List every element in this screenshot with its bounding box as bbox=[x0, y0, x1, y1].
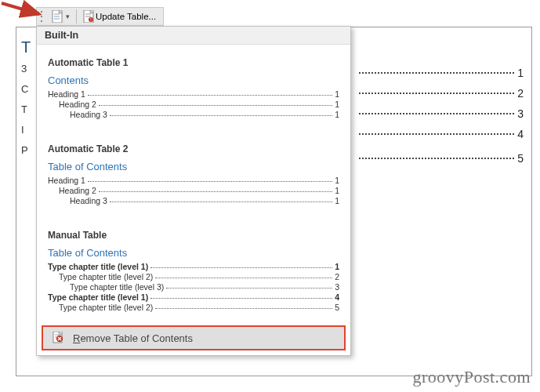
toc-line-page: 4 bbox=[335, 292, 339, 302]
toc-line-label: Type chapter title (level 1) bbox=[48, 292, 148, 302]
toc-line-leader bbox=[99, 105, 332, 106]
toc-preview-line: Type chapter title (level 2)2 bbox=[48, 272, 339, 281]
toc-line-page: 1 bbox=[335, 100, 339, 109]
update-table-icon: ! bbox=[83, 10, 94, 23]
gallery-option-automatic-table-1[interactable]: Automatic Table 1 Contents Heading 11Hea… bbox=[37, 45, 350, 131]
toc-line-leader bbox=[110, 115, 332, 116]
toc-line-label: Heading 2 bbox=[59, 186, 96, 195]
toc-line-label: Heading 3 bbox=[70, 196, 107, 205]
toc-line-leader bbox=[110, 201, 332, 202]
annotation-arrow bbox=[0, 0, 47, 27]
preview-caption: Table of Contents bbox=[48, 247, 339, 259]
toc-line-leader bbox=[155, 278, 332, 278]
doc-toc-row: 3 bbox=[359, 107, 524, 120]
toc-preview-line: Heading 11 bbox=[48, 89, 339, 99]
remove-table-of-contents-item[interactable]: Remove Table of Contents bbox=[42, 325, 346, 350]
doc-left-fragments: 3 C T I P bbox=[21, 59, 28, 161]
toc-preview-line: Heading 21 bbox=[48, 100, 339, 109]
toc-preview-line: Heading 11 bbox=[48, 176, 339, 185]
toc-preview-line: Type chapter title (level 1)1 bbox=[48, 262, 339, 271]
toc-line-page: 1 bbox=[335, 262, 339, 271]
gallery-option-manual-table[interactable]: Manual Table Table of Contents Type chap… bbox=[37, 217, 350, 324]
toc-line-leader bbox=[155, 308, 332, 309]
toc-gallery-dropdown[interactable]: ▾ bbox=[48, 8, 74, 25]
toc-preview-line: Heading 21 bbox=[48, 186, 339, 195]
preview-toc-lines: Heading 11Heading 21Heading 31 bbox=[48, 176, 339, 205]
toc-gallery-dropdown-panel: Built-In Automatic Table 1 Contents Head… bbox=[36, 26, 351, 356]
remove-toc-icon bbox=[53, 332, 65, 344]
toc-line-label: Heading 3 bbox=[70, 110, 107, 119]
remove-toc-label: Remove Table of Contents bbox=[73, 332, 193, 344]
update-table-label: Update Table... bbox=[96, 12, 156, 21]
toc-line-page: 5 bbox=[335, 303, 339, 312]
preview-toc-lines: Type chapter title (level 1)1Type chapte… bbox=[48, 262, 339, 312]
gallery-option-automatic-table-2[interactable]: Automatic Table 2 Table of Contents Head… bbox=[37, 131, 350, 217]
toc-line-page: 1 bbox=[335, 196, 339, 205]
doc-heading-fragment: T bbox=[21, 38, 31, 56]
toc-line-page: 1 bbox=[335, 176, 339, 185]
toc-line-page: 1 bbox=[335, 110, 339, 119]
toc-line-leader bbox=[166, 288, 332, 289]
doc-toc-row: 5 bbox=[359, 152, 524, 165]
toc-preview-line: Type chapter title (level 3)3 bbox=[48, 282, 339, 292]
toc-preview-line: Heading 31 bbox=[48, 196, 339, 205]
toc-line-page: 1 bbox=[335, 89, 339, 99]
preview-title: Manual Table bbox=[48, 230, 339, 241]
toc-line-leader bbox=[88, 95, 332, 96]
toc-line-leader bbox=[99, 191, 332, 192]
doc-toc-row: 2 bbox=[359, 87, 524, 100]
toolbar-separator bbox=[76, 9, 77, 24]
toc-mini-toolbar: ▾ ! Update Table... bbox=[36, 7, 164, 26]
toc-line-leader bbox=[88, 181, 332, 182]
toc-line-label: Type chapter title (level 2) bbox=[59, 272, 153, 281]
preview-title: Automatic Table 2 bbox=[48, 143, 339, 154]
toc-line-label: Type chapter title (level 3) bbox=[70, 282, 164, 292]
toc-preview-line: Heading 31 bbox=[48, 110, 339, 119]
update-table-button[interactable]: ! Update Table... bbox=[79, 8, 160, 25]
toc-line-page: 1 bbox=[335, 186, 339, 195]
toc-line-label: Heading 1 bbox=[48, 176, 85, 185]
svg-text:!: ! bbox=[90, 17, 91, 22]
toc-line-page: 3 bbox=[335, 282, 339, 292]
toc-line-page: 2 bbox=[335, 272, 339, 281]
preview-caption: Table of Contents bbox=[48, 161, 339, 172]
gallery-section-header: Built-In bbox=[37, 27, 350, 45]
preview-toc-lines: Heading 11Heading 21Heading 31 bbox=[48, 89, 339, 119]
preview-caption: Contents bbox=[48, 74, 339, 86]
doc-toc-row: 1 bbox=[359, 67, 524, 79]
toc-doc-icon bbox=[52, 10, 63, 23]
toc-line-label: Type chapter title (level 1) bbox=[48, 262, 148, 271]
toc-line-label: Type chapter title (level 2) bbox=[59, 303, 153, 312]
toc-line-label: Heading 1 bbox=[48, 89, 85, 99]
svg-line-0 bbox=[2, 3, 39, 14]
doc-toc-row: 4 bbox=[359, 128, 524, 140]
toc-line-label: Heading 2 bbox=[59, 100, 96, 109]
toc-preview-line: Type chapter title (level 1)4 bbox=[48, 292, 339, 302]
toc-preview-line: Type chapter title (level 2)5 bbox=[48, 303, 339, 312]
toc-line-leader bbox=[150, 267, 332, 268]
preview-title: Automatic Table 1 bbox=[48, 57, 339, 68]
chevron-down-icon: ▾ bbox=[66, 13, 70, 20]
toc-line-leader bbox=[150, 298, 332, 299]
